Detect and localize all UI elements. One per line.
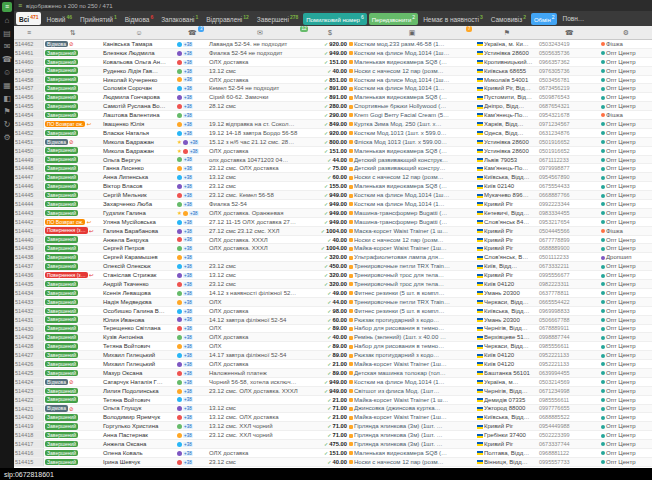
messenger-icon[interactable] [177, 60, 182, 65]
favorite-star-icon[interactable]: ★ [177, 148, 182, 154]
table-row[interactable]: 514438ЗавершенийСергей Карамышев+38✓320.… [14, 253, 652, 262]
table-row[interactable]: 514421Відмова⊘Ольга Глущук+3813.12 смс✓7… [14, 405, 652, 414]
table-row[interactable]: 514445ЗавершенийСергій Мельник+3823.12 с… [14, 191, 652, 200]
table-row[interactable]: 514431ЗавершенийЮлия Иванова+3814.12 зав… [14, 316, 652, 325]
table-row[interactable]: 514453ПО Возврат ож.↩Іващенко Юлія+3819.… [14, 120, 652, 129]
table-row[interactable]: 514420ЗавершенийВолодимир Яремчук+3813.1… [14, 413, 652, 422]
table-row[interactable]: 514456ЗавершенийЛюдмила Гончарова+38Сіри… [14, 93, 652, 102]
messenger-icon[interactable] [177, 166, 182, 171]
messenger-icon[interactable] [177, 380, 182, 385]
status-sort-icon[interactable]: ⇅ [44, 29, 102, 37]
app-logo[interactable]: ≡ [2, 2, 12, 12]
messenger-icon[interactable] [177, 95, 182, 100]
table-row[interactable]: 514439ЗавершенийСергей Петров+38ОЛХ дост… [14, 244, 652, 253]
tab-12[interactable]: Повн… [559, 13, 587, 24]
contact-col-icon[interactable]: ☎3 [176, 29, 208, 37]
messenger-icon[interactable] [177, 122, 182, 127]
orders-icon[interactable]: ▤ [3, 30, 11, 38]
table-row[interactable]: 514436Повернення (з…↩Станіслав Стрижак+3… [14, 271, 652, 280]
messenger-icon[interactable] [177, 424, 182, 429]
table-row[interactable]: 514428ЗавершенийТетяна Войтович+38ОЛХ✓89… [14, 342, 652, 351]
messenger-icon[interactable] [177, 104, 182, 109]
table-row[interactable]: 514429ЗавершенийКузів Антоніна+38ОЛХ дос… [14, 333, 652, 342]
table-row[interactable]: 514422ЗавершенийТетяна Войтович+38✓21.00… [14, 396, 652, 405]
messenger-icon[interactable] [177, 202, 182, 207]
tab-3[interactable]: Відмова6 [122, 12, 156, 25]
table-row[interactable]: 514437ЗавершенийОлексій Олексюк+3823.12 … [14, 262, 652, 271]
table-row[interactable]: 514460ЗавершенийКовальова Ольга Ан…+38ОЛ… [14, 58, 652, 67]
messenger-icon[interactable] [177, 193, 182, 198]
products-icon[interactable]: ▦ [3, 82, 11, 90]
messenger-icon[interactable] [177, 362, 182, 367]
table-row[interactable]: 514434ЗавершенийКсенія Леващова+3814.12 … [14, 289, 652, 298]
settings-col-icon[interactable]: ⚙ [600, 29, 652, 37]
table-row[interactable]: 514444ЗавершенийЗахарченко Люба+38Фиалка… [14, 200, 652, 209]
table-row[interactable]: 514447ЗавершенийАнна Липенська+3813.12 с… [14, 173, 652, 182]
customer-col-icon[interactable]: ☺ [102, 29, 176, 36]
messenger-icon[interactable] [177, 291, 182, 296]
messenger-icon[interactable] [177, 51, 182, 56]
messenger-icon[interactable] [177, 113, 182, 118]
table-row[interactable]: 514450ЗавершенийМикола Бадражан★+38ОЛХ д… [14, 147, 652, 156]
messenger-icon[interactable] [177, 86, 182, 91]
messenger-icon[interactable] [177, 246, 182, 251]
messenger-icon[interactable] [177, 344, 182, 349]
table-row[interactable]: 514424Відмова⊘Сатарчук Наталія Г…+38Чорн… [14, 378, 652, 387]
messenger-icon[interactable] [177, 229, 182, 234]
table-row[interactable]: 514433ЗавершенийНадія Медведєва+38ОЛХ✓44… [14, 298, 652, 307]
messenger-icon[interactable] [177, 131, 182, 136]
messenger-icon[interactable] [177, 317, 182, 322]
table-row[interactable]: 514425ЗавершенийМазур Оксана+38Наложенны… [14, 369, 652, 378]
table-row[interactable]: 514440ЗавершенийАнжела Безрука+38ОЛХ дос… [14, 236, 652, 245]
location-col-icon[interactable]: ⚑ [476, 29, 538, 37]
messenger-icon[interactable] [177, 220, 182, 225]
calls-icon[interactable]: ☎ [2, 56, 12, 64]
phone-col-icon[interactable]: ☎ [538, 29, 600, 37]
row-menu-icon[interactable]: ≡ [14, 29, 44, 36]
messenger-icon[interactable] [177, 255, 182, 260]
table-row[interactable]: 514461ЗавершенийБлезнюк Людмила+38Фиалка… [14, 49, 652, 58]
table-row[interactable]: 514427ЗавершенийМихаил Гилецький+3814.17… [14, 351, 652, 360]
messenger-icon[interactable] [183, 211, 188, 216]
table-row[interactable]: 514443ЗавершенийГудзлик Галина★+38ОЛХ до… [14, 209, 652, 218]
table-row[interactable]: 514448ЗавершенийГанна Лисенко+3823.12 см… [14, 164, 652, 173]
tab-1[interactable]: Новий46 [43, 12, 75, 25]
tab-0[interactable]: Всі471 [16, 12, 41, 25]
price-col-icon[interactable]: $ [312, 29, 348, 36]
table-row[interactable]: 514458ЗавершенийНиколай Кучеренко+38ОЛХ … [14, 76, 652, 85]
messenger-icon[interactable] [177, 42, 182, 47]
messenger-icon[interactable] [177, 69, 182, 74]
table-row[interactable]: 514430ЗавершенийТерещенко Світлана+38ОЛХ… [14, 325, 652, 334]
messenger-icon[interactable] [177, 184, 182, 189]
messenger-icon[interactable] [177, 406, 182, 411]
table-row[interactable]: 514457ЗавершенийСоломія Сорочан+38Кемел … [14, 84, 652, 93]
messenger-icon[interactable] [177, 460, 182, 465]
table-row[interactable]: 514462Відмова⊘Канівська Тамара+38Лаванда… [14, 40, 652, 49]
messenger-icon[interactable] [177, 273, 182, 278]
messenger-icon[interactable] [177, 282, 182, 287]
dashboard-icon[interactable]: ⌂ [5, 17, 10, 25]
status-chip-8[interactable]: Передзвонити2 [369, 13, 418, 25]
table-row[interactable]: 514441Повернення (з…↩Галина Барабанова+3… [14, 227, 652, 236]
table-row[interactable]: 514419ЗавершенийГоргулько Христина+3813.… [14, 422, 652, 431]
table-row[interactable]: 514417ЗавершенийАнжела Оксана+38✓475.00Г… [14, 440, 652, 449]
messenger-icon[interactable] [177, 371, 182, 376]
table-row[interactable]: 514423ЗавершенийЛилия Подолинська+3823.1… [14, 387, 652, 396]
messenger-icon[interactable] [177, 77, 182, 82]
mail-icon[interactable]: ✉ [4, 43, 11, 51]
messenger-icon[interactable] [177, 300, 182, 305]
tab-6[interactable]: Завершені278 [254, 12, 301, 25]
messenger-icon[interactable] [183, 140, 188, 145]
messenger-icon[interactable] [177, 389, 182, 394]
table-row[interactable]: 514432ЗавершенийОсобишко Галина В…+38ОЛХ… [14, 307, 652, 316]
table-row[interactable]: 514418ЗавершенийАнна Пастернак+3823.12 с… [14, 431, 652, 440]
settings-icon[interactable]: ⚙ [3, 134, 10, 142]
product-col-icon[interactable]: ▣7 [348, 29, 476, 37]
messenger-icon[interactable] [177, 335, 182, 340]
comment-col-icon[interactable]: ✉12 [208, 29, 312, 37]
favorite-star-icon[interactable]: ★ [177, 139, 182, 145]
messenger-icon[interactable] [177, 442, 182, 447]
table-row[interactable]: 514415ЗавершенийІрина Шевчук+3823.12 смс… [14, 458, 652, 467]
tab-9[interactable]: Немає в наявності3 [420, 12, 486, 25]
tab-5[interactable]: Відправлені12 [203, 12, 252, 25]
